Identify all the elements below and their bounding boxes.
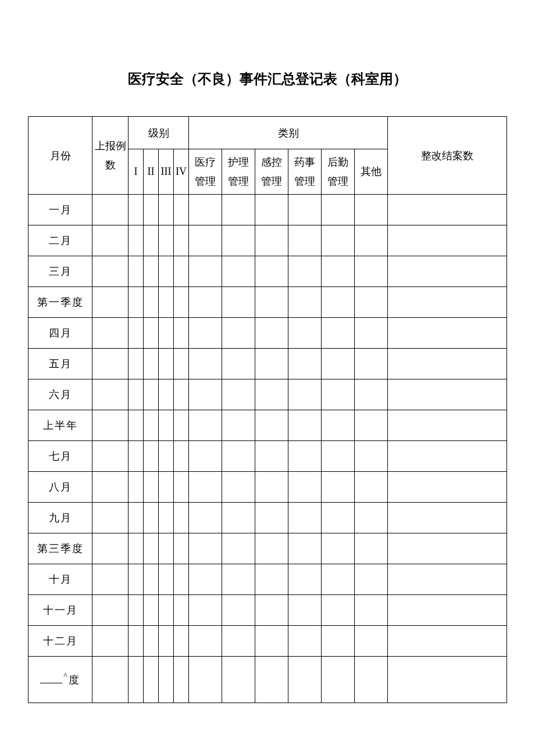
data-cell [288,657,322,703]
data-cell [222,503,255,533]
data-cell [255,287,288,318]
data-cell [129,410,144,441]
data-cell [388,472,507,503]
row-label: 十一月 [28,595,92,626]
data-cell [355,225,388,256]
data-cell [159,472,174,503]
data-cell [129,256,144,287]
data-cell [92,503,129,533]
data-cell [144,441,159,472]
data-cell [322,225,355,256]
header-cat-infection: 感控管理 [255,149,288,195]
data-cell [189,318,222,349]
header-close-count: 整改结案数 [388,117,507,195]
data-cell [355,657,388,703]
data-cell [388,595,507,626]
header-cat-medical: 医疗管理 [189,149,222,195]
data-cell [159,564,174,595]
fill-blank [40,683,62,683]
data-cell [255,379,288,410]
header-cat-nursing: 护理管理 [222,149,255,195]
data-cell [92,441,129,472]
data-cell [222,349,255,379]
data-cell [222,626,255,657]
row-label: 七月 [28,441,92,472]
data-cell [355,287,388,318]
header-level-1: I [129,149,144,195]
data-cell [355,410,388,441]
data-cell [288,195,322,225]
data-cell [222,564,255,595]
data-cell [189,441,222,472]
data-cell [159,533,174,564]
data-cell [174,533,189,564]
data-cell [144,410,159,441]
data-cell [322,472,355,503]
data-cell [92,626,129,657]
data-cell [255,441,288,472]
data-cell [355,195,388,225]
header-cat-other: 其他 [355,149,388,195]
data-cell [222,657,255,703]
data-cell [355,256,388,287]
data-cell [129,349,144,379]
data-cell [388,564,507,595]
data-cell [174,441,189,472]
data-cell [288,225,322,256]
data-cell [255,349,288,379]
data-cell [388,195,507,225]
header-cat-logistics: 后勤管理 [322,149,355,195]
data-cell [159,410,174,441]
data-cell [222,256,255,287]
data-cell [92,256,129,287]
data-cell [288,595,322,626]
data-cell [288,533,322,564]
table-row: 第一季度 [28,287,507,318]
data-cell [129,287,144,318]
data-cell [174,626,189,657]
data-cell [255,225,288,256]
row-label: 二月 [28,225,92,256]
row-label: 一月 [28,195,92,225]
data-cell [92,533,129,564]
table-row: 十一月 [28,595,507,626]
data-cell [322,564,355,595]
data-cell [355,626,388,657]
data-cell [189,195,222,225]
row-label: ^度 [28,657,92,703]
data-cell [322,379,355,410]
header-level-4: IV [174,149,189,195]
data-cell [322,503,355,533]
data-cell [222,379,255,410]
data-cell [388,657,507,703]
data-cell [92,225,129,256]
data-cell [255,533,288,564]
data-cell [159,595,174,626]
data-cell [288,472,322,503]
data-cell [174,472,189,503]
data-cell [222,195,255,225]
row-label: 第一季度 [28,287,92,318]
data-cell [174,225,189,256]
data-cell [92,410,129,441]
table-row: 一月 [28,195,507,225]
table-row: 五月 [28,349,507,379]
data-cell [189,657,222,703]
data-cell [255,472,288,503]
data-cell [92,595,129,626]
row-label: 第三季度 [28,533,92,564]
header-level-group: 级别 [129,117,189,149]
document-title: 医疗安全（不良）事件汇总登记表（科室用） [28,70,507,88]
data-cell [129,533,144,564]
data-cell [159,657,174,703]
data-cell [144,626,159,657]
header-category-group: 类别 [189,117,388,149]
header-level-2: II [144,149,159,195]
data-cell [288,318,322,349]
table-row: 十二月 [28,626,507,657]
data-cell [144,225,159,256]
data-cell [322,595,355,626]
data-cell [255,195,288,225]
data-cell [189,595,222,626]
data-cell [174,410,189,441]
